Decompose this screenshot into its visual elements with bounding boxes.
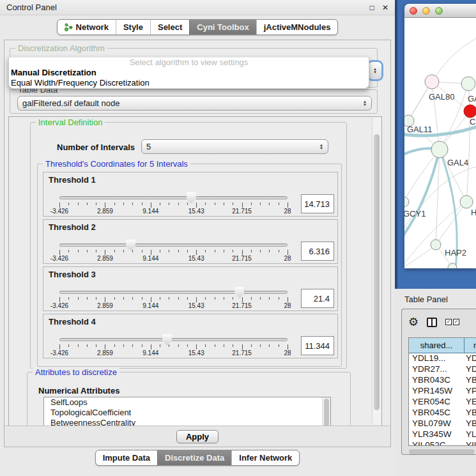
tab-network[interactable]: Network	[58, 20, 116, 35]
close-icon[interactable]: ✕	[382, 3, 388, 12]
slider-track[interactable]	[59, 338, 288, 341]
tick-mark	[260, 297, 261, 300]
tab-cyni-toolbox[interactable]: Cyni Toolbox	[189, 20, 256, 35]
float-window-icon[interactable]: □	[370, 3, 374, 12]
network-node-green[interactable]	[461, 77, 475, 91]
tick-mark	[142, 297, 142, 300]
tick-mark	[187, 344, 188, 347]
algorithm-combobox-button[interactable]: ▲▼	[369, 62, 381, 79]
settings-vertical-scrollbar[interactable]	[372, 118, 381, 425]
cell-name: YLR3	[464, 429, 476, 440]
columns-icon[interactable]	[427, 318, 437, 327]
bottom-tabbar: Impute DataDiscretize DataInfer Network	[95, 450, 300, 466]
network-edge[interactable]	[404, 245, 436, 268]
tick-label: 15.43	[188, 208, 204, 215]
gear-icon[interactable]: ⚙	[408, 316, 418, 328]
tab-infer-network[interactable]: Infer Network	[231, 450, 299, 465]
table-row[interactable]: YDR27...YDR2	[409, 364, 476, 375]
tick-mark	[224, 297, 224, 300]
table-row[interactable]: YIL052CYIL0	[409, 440, 476, 446]
network-graph: GAL80GACGAL11GAL4GCY1HHAP2	[404, 18, 476, 268]
network-node-green[interactable]	[404, 197, 409, 207]
settings-scrollbar-thumb[interactable]	[374, 134, 380, 410]
tab-impute-data[interactable]: Impute Data	[96, 450, 157, 465]
table-data-combobox[interactable]: galFiltered.sif default node ▲▼	[17, 96, 372, 111]
top-tabbar: NetworkStyleSelectCyni ToolboxjActiveMNo…	[57, 19, 339, 35]
cell-name: YBL0	[464, 418, 476, 429]
tab-label: Style	[123, 22, 143, 32]
network-canvas[interactable]: GAL80GACGAL11GAL4GCY1HHAP2	[404, 18, 476, 268]
table-row[interactable]: YER054CYER0	[409, 397, 476, 408]
tick-mark	[224, 203, 224, 205]
table-horizontal-scrollbar[interactable]	[408, 449, 476, 455]
network-node-pink[interactable]	[425, 75, 439, 89]
tick-mark	[269, 250, 270, 252]
tick-mark	[96, 344, 96, 347]
slider-track[interactable]	[59, 291, 288, 294]
tick-mark	[288, 203, 288, 208]
tick-mark	[196, 297, 197, 302]
tick-mark	[59, 344, 60, 349]
apply-bar: Apply	[4, 426, 390, 447]
select-columns-icon[interactable]: ✓ ✓	[445, 319, 459, 325]
tick-mark	[178, 297, 179, 300]
tick-mark	[279, 203, 279, 205]
tab-discretize-data[interactable]: Discretize Data	[157, 450, 231, 465]
tick-mark	[205, 250, 206, 252]
slider-track[interactable]	[59, 243, 288, 247]
table-row[interactable]: YBL079WYBL0	[409, 418, 476, 429]
table-hscrollbar-thumb[interactable]	[409, 449, 475, 454]
num-intervals-combobox[interactable]: 5 ▲▼	[141, 139, 328, 154]
table-row[interactable]: YLR345WYLR3	[409, 429, 476, 440]
table-row[interactable]: YPR145WYPR1	[409, 386, 476, 397]
table-row[interactable]: YBR043CYBR0	[409, 375, 476, 386]
network-node-green[interactable]	[460, 196, 473, 208]
tick-mark	[205, 344, 206, 347]
column-header-shared-[interactable]: shared...	[409, 338, 464, 353]
close-traffic-light-icon[interactable]	[410, 7, 417, 15]
minimize-traffic-light-icon[interactable]	[422, 7, 430, 15]
tab-select[interactable]: Select	[150, 20, 189, 35]
table-row[interactable]: YBR045CYBR0	[409, 408, 476, 418]
dropdown-option-equal-width-frequency-discretization[interactable]: Equal Width/Frequency Discretization	[9, 78, 369, 88]
attributes-scrollbar-thumb[interactable]	[324, 399, 329, 426]
table-row[interactable]: YDL19...YDL1	[409, 353, 476, 364]
slider-track[interactable]	[59, 196, 288, 199]
cell-shared-name: YDL19...	[409, 353, 464, 364]
tick-mark	[123, 344, 124, 347]
threshold-value-field[interactable]: 21.4	[301, 289, 334, 308]
network-edge[interactable]	[404, 150, 440, 202]
threshold-value-field[interactable]: 14.713	[301, 194, 334, 213]
tick-label: -3.426	[50, 208, 68, 215]
dropdown-option-manual-discretization[interactable]: Manual Discretization	[9, 68, 369, 78]
column-header-na[interactable]: na	[464, 338, 476, 353]
network-node-green[interactable]	[431, 240, 441, 250]
threshold-value-field[interactable]: 6.316	[301, 242, 334, 261]
cell-shared-name: YBL079W	[409, 418, 464, 429]
tick-mark	[151, 297, 151, 302]
tab-jactivemnodules[interactable]: jActiveMNodules	[256, 20, 338, 35]
network-edge[interactable]	[404, 150, 440, 238]
zoom-traffic-light-icon[interactable]	[435, 7, 443, 15]
attribute-item-selfloops[interactable]: SelfLoops	[44, 397, 330, 408]
table-panel: Table Panel ⚙ ✓ ✓ shared...na YDL19...YD…	[395, 289, 476, 476]
cell-shared-name: YDR27...	[409, 364, 464, 375]
tick-mark	[178, 203, 179, 205]
tick-label: 2.859	[97, 349, 113, 357]
tick-label: 28	[284, 349, 291, 357]
tab-style[interactable]: Style	[116, 20, 150, 35]
network-node-green[interactable]	[431, 141, 448, 158]
apply-button[interactable]: Apply	[176, 430, 219, 443]
tick-mark	[123, 297, 124, 300]
threshold-value-field[interactable]: 11.344	[301, 336, 334, 355]
attributes-scrollbar[interactable]	[322, 397, 330, 426]
network-edge[interactable]	[432, 37, 476, 82]
tick-label: 28	[284, 208, 291, 215]
attribute-item-topologicalcoefficient[interactable]: TopologicalCoefficient	[44, 408, 330, 418]
table-data-group: Table Data galFiltered.sif default node …	[10, 89, 378, 114]
cell-shared-name: YBR043C	[409, 375, 464, 386]
network-node-red[interactable]	[464, 105, 476, 118]
tick-mark	[114, 250, 115, 252]
tick-label: 21.715	[232, 208, 252, 215]
spinner-arrows-icon: ▲▼	[363, 100, 367, 107]
